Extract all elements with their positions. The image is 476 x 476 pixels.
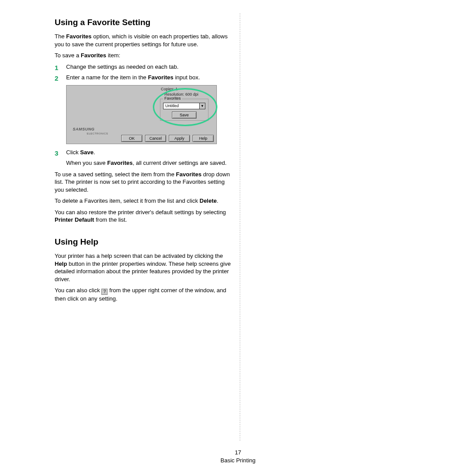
dialog-button-row: OK Cancel Apply Help — [121, 135, 214, 142]
save-button[interactable]: Save — [172, 112, 197, 119]
step-3: 3 Click Save. When you save Favorites, a… — [55, 149, 231, 167]
help-paragraph-2: You can also click ? from the upper righ… — [55, 286, 231, 303]
step-text: Change the settings as needed on each ta… — [66, 63, 178, 70]
bold-delete: Delete — [200, 197, 217, 204]
step-2: 2 Enter a name for the item in the Favor… — [55, 74, 231, 82]
page-footer: 17 Basic Printing — [0, 449, 476, 465]
favorites-legend: Favorites — [163, 96, 182, 100]
text: item: — [106, 52, 120, 59]
favorites-dropdown[interactable]: Untitled ▼ — [163, 103, 205, 109]
text: When you save — [66, 160, 107, 166]
embedded-screenshot: Copies: 1 Resolution: 600 dpi Favorites … — [66, 85, 217, 144]
column-divider — [240, 13, 240, 441]
heading-favorite-setting: Using a Favorite Setting — [55, 18, 231, 27]
bold-save: Save — [80, 149, 93, 156]
chevron-down-icon[interactable]: ▼ — [199, 103, 205, 109]
bold-favorites: Favorites — [66, 33, 92, 40]
document-page: Using a Favorite Setting The Favorites o… — [0, 0, 476, 476]
page-number: 17 — [0, 449, 476, 457]
bold-help: Help — [55, 260, 67, 267]
text: button in the printer properties window.… — [55, 260, 231, 283]
text: Your printer has a help screen that can … — [55, 253, 223, 259]
left-column: Using a Favorite Setting The Favorites o… — [55, 16, 231, 306]
text: You can also click — [55, 287, 101, 294]
step-1: 1 Change the settings as needed on each … — [55, 63, 231, 71]
text: To use a saved setting, select the item … — [55, 171, 176, 178]
help-button[interactable]: Help — [193, 135, 214, 142]
text: The — [55, 33, 66, 40]
steps-list: 1 Change the settings as needed on each … — [55, 63, 231, 82]
step-text: Enter a name for the item in the Favorit… — [66, 74, 200, 81]
question-mark-icon: ? — [101, 289, 108, 295]
step-3-subtext: When you save Favorites, all current dri… — [66, 159, 231, 167]
bold-favorites: Favorites — [81, 52, 106, 59]
to-save-line: To save a Favorites item: — [55, 52, 231, 60]
text: Enter a name for the item in the — [66, 74, 148, 81]
text: from the list. — [94, 216, 127, 223]
bold-printer-default: Printer Default — [55, 216, 94, 223]
text: To save a — [55, 52, 81, 59]
cancel-button[interactable]: Cancel — [145, 135, 166, 142]
text: input box. — [174, 74, 200, 81]
intro-paragraph: The Favorites option, which is visible o… — [55, 33, 231, 48]
copies-label: Copies: 1 — [161, 87, 178, 91]
brand-logo: SAMSUNG — [73, 127, 95, 131]
text: . — [93, 149, 95, 156]
brand-subtext: ELECTRONICS — [87, 132, 108, 135]
step-number: 2 — [55, 74, 58, 83]
printer-dialog-mock: Copies: 1 Resolution: 600 dpi Favorites … — [66, 85, 217, 144]
text: . — [217, 197, 219, 204]
bold-favorites: Favorites — [148, 74, 174, 81]
step-number: 3 — [55, 149, 58, 158]
text: , all current driver settings are saved. — [133, 160, 227, 166]
text: Click — [66, 149, 80, 156]
heading-using-help: Using Help — [55, 237, 231, 247]
bold-favorites: Favorites — [107, 160, 133, 166]
steps-list-continued: 3 Click Save. When you save Favorites, a… — [55, 149, 231, 167]
apply-button[interactable]: Apply — [169, 135, 190, 142]
restore-paragraph: You can also restore the printer driver'… — [55, 208, 231, 224]
dropdown-value: Untitled — [165, 104, 179, 108]
chapter-name: Basic Printing — [0, 457, 476, 465]
favorites-fieldset: Favorites Untitled ▼ Save — [160, 99, 208, 121]
use-saved-paragraph: To use a saved setting, select the item … — [55, 171, 231, 194]
ok-button[interactable]: OK — [121, 135, 142, 142]
bold-favorites: Favorites — [176, 171, 201, 178]
help-paragraph-1: Your printer has a help screen that can … — [55, 252, 231, 283]
step-text: Click Save. — [66, 149, 95, 156]
step-number: 1 — [55, 63, 58, 72]
section-using-help: Using Help Your printer has a help scree… — [55, 237, 231, 303]
text: You can also restore the printer driver'… — [55, 209, 226, 216]
delete-paragraph: To delete a Favorites item, select it fr… — [55, 197, 231, 205]
text: To delete a Favorites item, select it fr… — [55, 197, 200, 204]
